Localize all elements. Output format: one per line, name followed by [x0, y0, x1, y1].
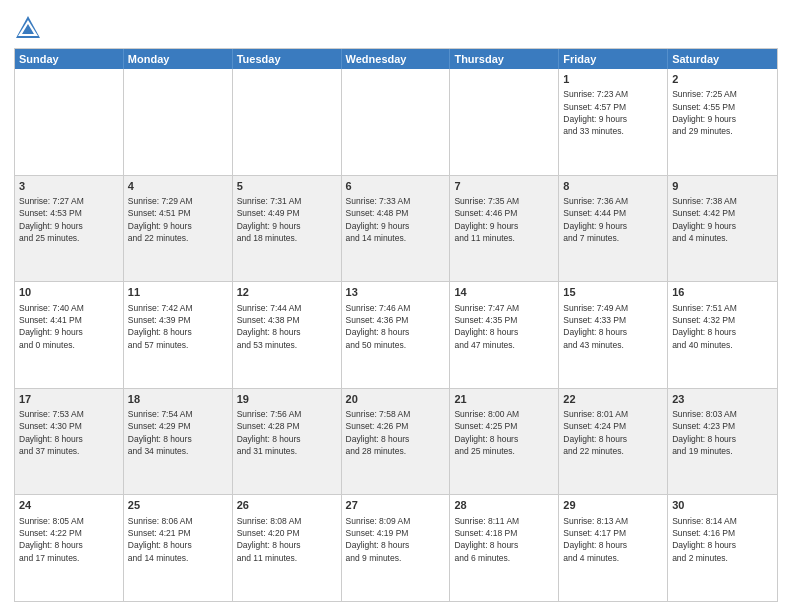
day-number: 15	[563, 285, 663, 300]
calendar-row-1: 3Sunrise: 7:27 AM Sunset: 4:53 PM Daylig…	[15, 175, 777, 282]
header-day-saturday: Saturday	[668, 49, 777, 69]
day-number: 30	[672, 498, 773, 513]
calendar-cell: 15Sunrise: 7:49 AM Sunset: 4:33 PM Dayli…	[559, 282, 668, 388]
day-number: 10	[19, 285, 119, 300]
calendar-cell	[124, 69, 233, 175]
calendar-cell: 21Sunrise: 8:00 AM Sunset: 4:25 PM Dayli…	[450, 389, 559, 495]
logo-icon	[14, 14, 42, 42]
calendar-cell: 19Sunrise: 7:56 AM Sunset: 4:28 PM Dayli…	[233, 389, 342, 495]
day-number: 28	[454, 498, 554, 513]
calendar-cell: 24Sunrise: 8:05 AM Sunset: 4:22 PM Dayli…	[15, 495, 124, 601]
calendar-cell: 14Sunrise: 7:47 AM Sunset: 4:35 PM Dayli…	[450, 282, 559, 388]
day-info: Sunrise: 7:56 AM Sunset: 4:28 PM Dayligh…	[237, 408, 337, 457]
calendar-cell: 27Sunrise: 8:09 AM Sunset: 4:19 PM Dayli…	[342, 495, 451, 601]
day-number: 20	[346, 392, 446, 407]
day-info: Sunrise: 7:36 AM Sunset: 4:44 PM Dayligh…	[563, 195, 663, 244]
calendar-cell: 12Sunrise: 7:44 AM Sunset: 4:38 PM Dayli…	[233, 282, 342, 388]
day-number: 9	[672, 179, 773, 194]
calendar-body: 1Sunrise: 7:23 AM Sunset: 4:57 PM Daylig…	[15, 69, 777, 601]
day-info: Sunrise: 7:58 AM Sunset: 4:26 PM Dayligh…	[346, 408, 446, 457]
calendar: SundayMondayTuesdayWednesdayThursdayFrid…	[14, 48, 778, 602]
calendar-row-0: 1Sunrise: 7:23 AM Sunset: 4:57 PM Daylig…	[15, 69, 777, 175]
day-number: 7	[454, 179, 554, 194]
day-info: Sunrise: 8:06 AM Sunset: 4:21 PM Dayligh…	[128, 515, 228, 564]
calendar-row-2: 10Sunrise: 7:40 AM Sunset: 4:41 PM Dayli…	[15, 281, 777, 388]
day-info: Sunrise: 7:31 AM Sunset: 4:49 PM Dayligh…	[237, 195, 337, 244]
calendar-cell: 5Sunrise: 7:31 AM Sunset: 4:49 PM Daylig…	[233, 176, 342, 282]
day-number: 18	[128, 392, 228, 407]
calendar-cell: 11Sunrise: 7:42 AM Sunset: 4:39 PM Dayli…	[124, 282, 233, 388]
calendar-row-3: 17Sunrise: 7:53 AM Sunset: 4:30 PM Dayli…	[15, 388, 777, 495]
day-info: Sunrise: 7:25 AM Sunset: 4:55 PM Dayligh…	[672, 88, 773, 137]
day-number: 16	[672, 285, 773, 300]
calendar-cell	[450, 69, 559, 175]
calendar-cell	[342, 69, 451, 175]
day-info: Sunrise: 8:03 AM Sunset: 4:23 PM Dayligh…	[672, 408, 773, 457]
header	[14, 10, 778, 42]
day-number: 21	[454, 392, 554, 407]
logo	[14, 14, 46, 42]
day-number: 8	[563, 179, 663, 194]
header-day-monday: Monday	[124, 49, 233, 69]
day-number: 5	[237, 179, 337, 194]
calendar-cell: 4Sunrise: 7:29 AM Sunset: 4:51 PM Daylig…	[124, 176, 233, 282]
day-info: Sunrise: 8:13 AM Sunset: 4:17 PM Dayligh…	[563, 515, 663, 564]
calendar-cell: 22Sunrise: 8:01 AM Sunset: 4:24 PM Dayli…	[559, 389, 668, 495]
day-number: 24	[19, 498, 119, 513]
calendar-cell: 30Sunrise: 8:14 AM Sunset: 4:16 PM Dayli…	[668, 495, 777, 601]
header-day-friday: Friday	[559, 49, 668, 69]
calendar-row-4: 24Sunrise: 8:05 AM Sunset: 4:22 PM Dayli…	[15, 494, 777, 601]
day-info: Sunrise: 7:49 AM Sunset: 4:33 PM Dayligh…	[563, 302, 663, 351]
calendar-cell: 16Sunrise: 7:51 AM Sunset: 4:32 PM Dayli…	[668, 282, 777, 388]
calendar-cell: 28Sunrise: 8:11 AM Sunset: 4:18 PM Dayli…	[450, 495, 559, 601]
calendar-cell: 10Sunrise: 7:40 AM Sunset: 4:41 PM Dayli…	[15, 282, 124, 388]
day-number: 14	[454, 285, 554, 300]
calendar-cell: 7Sunrise: 7:35 AM Sunset: 4:46 PM Daylig…	[450, 176, 559, 282]
day-number: 27	[346, 498, 446, 513]
day-info: Sunrise: 8:09 AM Sunset: 4:19 PM Dayligh…	[346, 515, 446, 564]
day-info: Sunrise: 7:27 AM Sunset: 4:53 PM Dayligh…	[19, 195, 119, 244]
day-info: Sunrise: 7:42 AM Sunset: 4:39 PM Dayligh…	[128, 302, 228, 351]
calendar-header: SundayMondayTuesdayWednesdayThursdayFrid…	[15, 49, 777, 69]
day-info: Sunrise: 8:08 AM Sunset: 4:20 PM Dayligh…	[237, 515, 337, 564]
day-info: Sunrise: 7:51 AM Sunset: 4:32 PM Dayligh…	[672, 302, 773, 351]
day-info: Sunrise: 7:23 AM Sunset: 4:57 PM Dayligh…	[563, 88, 663, 137]
calendar-cell: 23Sunrise: 8:03 AM Sunset: 4:23 PM Dayli…	[668, 389, 777, 495]
calendar-cell: 8Sunrise: 7:36 AM Sunset: 4:44 PM Daylig…	[559, 176, 668, 282]
header-day-sunday: Sunday	[15, 49, 124, 69]
day-number: 1	[563, 72, 663, 87]
calendar-cell	[233, 69, 342, 175]
day-number: 3	[19, 179, 119, 194]
day-number: 17	[19, 392, 119, 407]
calendar-cell: 9Sunrise: 7:38 AM Sunset: 4:42 PM Daylig…	[668, 176, 777, 282]
calendar-cell: 25Sunrise: 8:06 AM Sunset: 4:21 PM Dayli…	[124, 495, 233, 601]
header-day-wednesday: Wednesday	[342, 49, 451, 69]
day-number: 23	[672, 392, 773, 407]
day-info: Sunrise: 7:47 AM Sunset: 4:35 PM Dayligh…	[454, 302, 554, 351]
day-number: 6	[346, 179, 446, 194]
day-number: 4	[128, 179, 228, 194]
calendar-cell: 2Sunrise: 7:25 AM Sunset: 4:55 PM Daylig…	[668, 69, 777, 175]
day-info: Sunrise: 7:33 AM Sunset: 4:48 PM Dayligh…	[346, 195, 446, 244]
day-info: Sunrise: 7:40 AM Sunset: 4:41 PM Dayligh…	[19, 302, 119, 351]
day-info: Sunrise: 7:29 AM Sunset: 4:51 PM Dayligh…	[128, 195, 228, 244]
day-info: Sunrise: 8:00 AM Sunset: 4:25 PM Dayligh…	[454, 408, 554, 457]
header-day-thursday: Thursday	[450, 49, 559, 69]
day-number: 11	[128, 285, 228, 300]
day-info: Sunrise: 7:38 AM Sunset: 4:42 PM Dayligh…	[672, 195, 773, 244]
calendar-cell: 20Sunrise: 7:58 AM Sunset: 4:26 PM Dayli…	[342, 389, 451, 495]
day-info: Sunrise: 7:35 AM Sunset: 4:46 PM Dayligh…	[454, 195, 554, 244]
day-info: Sunrise: 7:54 AM Sunset: 4:29 PM Dayligh…	[128, 408, 228, 457]
day-info: Sunrise: 8:01 AM Sunset: 4:24 PM Dayligh…	[563, 408, 663, 457]
day-number: 26	[237, 498, 337, 513]
calendar-cell: 18Sunrise: 7:54 AM Sunset: 4:29 PM Dayli…	[124, 389, 233, 495]
calendar-cell: 6Sunrise: 7:33 AM Sunset: 4:48 PM Daylig…	[342, 176, 451, 282]
calendar-cell: 13Sunrise: 7:46 AM Sunset: 4:36 PM Dayli…	[342, 282, 451, 388]
calendar-cell: 17Sunrise: 7:53 AM Sunset: 4:30 PM Dayli…	[15, 389, 124, 495]
calendar-cell: 1Sunrise: 7:23 AM Sunset: 4:57 PM Daylig…	[559, 69, 668, 175]
day-info: Sunrise: 8:05 AM Sunset: 4:22 PM Dayligh…	[19, 515, 119, 564]
day-number: 13	[346, 285, 446, 300]
day-number: 2	[672, 72, 773, 87]
day-info: Sunrise: 7:46 AM Sunset: 4:36 PM Dayligh…	[346, 302, 446, 351]
page: SundayMondayTuesdayWednesdayThursdayFrid…	[0, 0, 792, 612]
